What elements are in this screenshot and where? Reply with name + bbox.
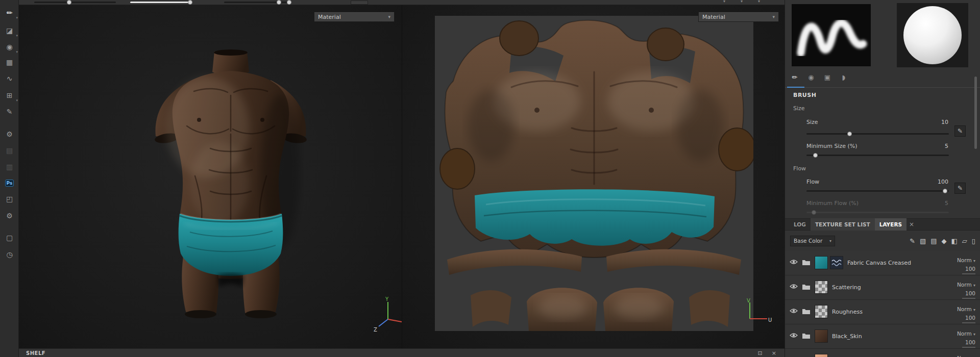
folder-icon[interactable] (802, 284, 811, 290)
opacity-mini-slider[interactable] (962, 347, 975, 348)
add-effect-icon[interactable]: ✎ (910, 237, 915, 245)
folder-icon[interactable] (802, 259, 811, 266)
layer-opacity[interactable]: 100 (938, 339, 975, 345)
min-size-slider-track[interactable] (806, 155, 949, 156)
polygon-fill-icon: ▦ (6, 58, 13, 66)
opacity-mini-slider[interactable] (962, 322, 975, 323)
chevron-down-icon[interactable]: ▾ (741, 0, 743, 4)
chevron-down-icon[interactable]: ▾ (723, 0, 725, 4)
opacity-mini-slider[interactable] (962, 273, 975, 274)
material-picker-tool-button[interactable]: ✎ (0, 106, 19, 118)
torso-3d-model[interactable] (134, 48, 328, 319)
blend-mode-select[interactable]: Norm ▾ (957, 282, 975, 288)
history-button[interactable]: ◷ (0, 248, 19, 261)
uv-texture-view[interactable] (435, 16, 753, 331)
tab-layers[interactable]: LAYERS (875, 218, 906, 231)
resources-button[interactable]: ◰ (0, 193, 19, 205)
toolbar-slider[interactable] (34, 1, 116, 5)
size-slider-knob[interactable] (847, 132, 852, 136)
add-folder-icon[interactable]: ▱ (962, 237, 967, 245)
display-settings-button[interactable]: ▢ (0, 232, 19, 244)
effects-tool-button[interactable]: ⚙ (0, 128, 19, 140)
layer-color-thumbnail[interactable] (815, 256, 828, 269)
toolbar-dropdown[interactable] (351, 1, 368, 5)
paint-tool-button[interactable]: ✏ ▾ (0, 7, 19, 19)
min-flow-slider-knob (812, 210, 816, 215)
close-icon[interactable]: × (772, 350, 776, 356)
toolbar-slider[interactable] (130, 1, 190, 5)
flow-slider-track[interactable] (806, 190, 949, 192)
eraser-tool-button[interactable]: ◪ ▾ (0, 24, 19, 37)
add-mask-icon[interactable]: ◧ (951, 237, 958, 245)
shelf-title: SHELF (26, 350, 45, 356)
panel-toggle-icon[interactable]: ⊡ (758, 350, 763, 356)
polygon-fill-tool-button[interactable]: ▦ (0, 56, 19, 68)
size-slider-track[interactable] (806, 133, 949, 135)
add-stamp-icon[interactable]: ▧ (920, 237, 926, 245)
size-label: Size (806, 119, 818, 125)
layer-thumbnail[interactable] (815, 280, 828, 294)
layer-thumbnail[interactable] (815, 354, 828, 357)
min-size-value[interactable]: 5 (945, 143, 948, 149)
tab-log[interactable]: LOG (789, 218, 811, 231)
size-slider[interactable] (806, 132, 949, 137)
smudge-tool-button[interactable]: ∿ (0, 72, 19, 85)
viewport-2d[interactable]: Material ▾ (402, 5, 785, 348)
visibility-eye-icon[interactable] (790, 333, 798, 338)
close-icon[interactable]: × (909, 221, 914, 228)
folder-icon[interactable] (802, 333, 811, 339)
visibility-eye-icon[interactable] (790, 284, 798, 289)
layer-fabric-thumbnail[interactable] (830, 256, 843, 269)
layer-row[interactable]: Fabric Canvas Creased Norm ▾ 100 (785, 251, 980, 275)
layer-row[interactable]: Norm ▾ (785, 349, 980, 357)
folder-icon[interactable] (802, 308, 811, 315)
projection-tool-button[interactable]: ◉ ▾ (0, 41, 19, 53)
chevron-down-icon[interactable]: ▾ (758, 0, 760, 4)
size-value[interactable]: 10 (941, 119, 948, 125)
min-size-slider[interactable] (806, 153, 949, 158)
shading-mode-select-3d[interactable]: Material ▾ (314, 12, 395, 22)
settings-button[interactable]: ⚙ (0, 210, 19, 222)
layer-row[interactable]: Black_Skin Norm ▾ 100 (785, 324, 980, 349)
alpha-tab-icon[interactable]: ◗ (838, 73, 849, 81)
delete-layer-icon[interactable]: ▯ (972, 237, 975, 245)
panel-scrollbar[interactable] (974, 76, 977, 149)
visibility-eye-icon[interactable] (790, 259, 798, 265)
add-smart-material-icon[interactable]: ▤ (930, 237, 937, 245)
slider-knob[interactable] (67, 0, 71, 5)
visibility-eye-icon[interactable] (790, 308, 798, 314)
axis-gizmo-2d[interactable]: V U (742, 298, 773, 327)
size-pen-pressure-button[interactable]: ✎ (954, 125, 966, 137)
material-tab-icon[interactable]: ◉ (805, 73, 817, 81)
viewport-3d[interactable]: Material ▾ (19, 5, 402, 348)
tab-texture-set-list[interactable]: TEXTURE SET LIST (811, 218, 875, 231)
slider-knob[interactable] (277, 0, 281, 5)
add-fill-layer-icon[interactable]: ◆ (942, 237, 947, 245)
blend-mode-select[interactable]: Norm ▾ (957, 257, 975, 263)
layer-thumbnail[interactable] (815, 329, 828, 343)
flow-value[interactable]: 100 (938, 178, 948, 185)
layer-opacity[interactable]: 100 (938, 290, 975, 296)
layer-thumbnail[interactable] (815, 305, 828, 318)
channel-select[interactable]: Base Color ▾ (790, 236, 835, 246)
opacity-mini-slider[interactable] (962, 298, 975, 299)
layer-row[interactable]: Scattering Norm ▾ 100 (785, 275, 980, 300)
toolbar-slider[interactable] (224, 1, 287, 5)
layer-opacity[interactable]: 100 (938, 266, 975, 272)
blend-mode-select[interactable]: Norm ▾ (957, 330, 975, 337)
flow-pen-pressure-button[interactable]: ✎ (954, 183, 966, 194)
brush-settings-tab-icon[interactable]: ✏ (789, 73, 800, 81)
slider-knob[interactable] (287, 0, 291, 5)
stencil-tab-icon[interactable]: ▣ (822, 73, 833, 81)
photoshop-link-button[interactable]: Ps (0, 177, 19, 189)
flow-slider[interactable] (806, 189, 949, 194)
flow-slider-knob[interactable] (943, 189, 947, 193)
blend-mode-select[interactable]: Norm ▾ (957, 306, 975, 312)
blend-mode-select[interactable]: Norm ▾ (957, 355, 975, 357)
layer-opacity[interactable]: 100 (938, 315, 975, 321)
clone-tool-button[interactable]: ⊞ ▾ (0, 89, 19, 101)
layer-row[interactable]: Roughness Norm ▾ 100 (785, 300, 980, 324)
slider-knob[interactable] (188, 0, 192, 5)
min-size-slider-knob[interactable] (813, 153, 818, 158)
shading-mode-select-2d[interactable]: Material ▾ (698, 12, 779, 22)
